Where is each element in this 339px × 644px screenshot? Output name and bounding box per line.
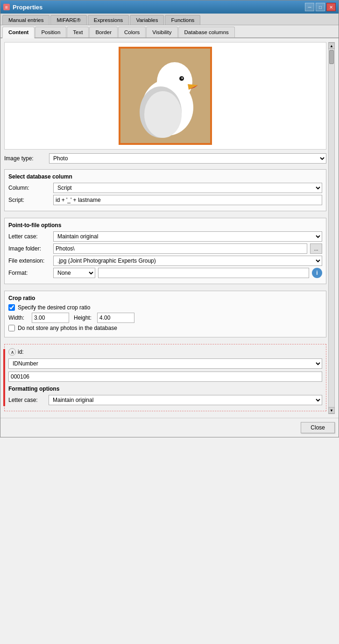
format-row: Format: None Custom i <box>8 268 322 278</box>
no-store-label: Do not store any photos in the database <box>18 325 117 331</box>
second-tab-row: Content Position Text Border Colors Visi… <box>0 25 339 38</box>
formatting-options-section: Formatting options Letter case: Maintain… <box>8 386 322 405</box>
specify-crop-row: Specify the desired crop ratio <box>8 304 322 311</box>
scroll-up-arrow[interactable]: ▲ <box>328 43 335 49</box>
height-input[interactable] <box>97 313 134 323</box>
collapse-icon[interactable]: ∧ <box>8 348 16 356</box>
image-preview-box <box>4 42 326 150</box>
id-letter-case-select[interactable]: Maintain original Uppercase Lowercase <box>49 395 322 405</box>
scroll-down-arrow[interactable]: ▼ <box>328 407 335 414</box>
collapse-header: ∧ id: <box>8 348 322 356</box>
id-label: id: <box>18 349 24 355</box>
crop-ratio-title: Crop ratio <box>8 295 322 301</box>
width-input[interactable] <box>32 313 69 323</box>
window-title: Properties <box>13 4 42 11</box>
id-letter-case-label: Letter case: <box>8 397 46 403</box>
tab-mifare[interactable]: MIFARE® <box>50 15 86 25</box>
column-select[interactable]: Script <box>53 183 322 193</box>
script-row: Script: <box>8 195 322 205</box>
tab-variables[interactable]: Variables <box>130 15 164 25</box>
close-window-button[interactable]: ✕ <box>326 3 336 11</box>
specify-crop-label: Specify the desired crop ratio <box>18 304 90 311</box>
tab-border[interactable]: Border <box>89 27 118 37</box>
file-extension-select[interactable]: .jpg (Joint Photographic Experts Group) … <box>53 256 322 266</box>
scroll-thumb[interactable] <box>329 50 334 64</box>
red-left-bar <box>3 349 5 406</box>
scrollbar: ▲ ▼ <box>328 42 335 414</box>
file-extension-row: File extension: .jpg (Joint Photographic… <box>8 256 322 266</box>
browse-button[interactable]: ... <box>310 243 322 254</box>
specify-crop-checkbox[interactable] <box>8 304 15 311</box>
file-extension-label: File extension: <box>8 258 50 264</box>
format-label: Format: <box>8 270 50 276</box>
script-label: Script: <box>8 197 50 203</box>
letter-case-row: Letter case: Maintain original Uppercase… <box>8 231 322 242</box>
crop-ratio-group: Crop ratio Specify the desired crop rati… <box>4 291 326 337</box>
image-folder-row: Image folder: ... <box>8 243 322 254</box>
id-section: ∧ id: IDNumber FirstName LastName Format… <box>4 344 326 411</box>
title-bar: ≡ Properties ─ □ ✕ <box>0 0 339 14</box>
image-type-row: Image type: Photo <box>4 153 326 164</box>
column-label: Column: <box>8 185 50 191</box>
svg-point-6 <box>182 78 183 79</box>
restore-button[interactable]: □ <box>316 3 325 11</box>
svg-point-8 <box>144 91 182 138</box>
main-panel: Image type: Photo Select database column… <box>4 42 326 414</box>
width-height-row: Width: Height: <box>8 313 322 323</box>
tab-text[interactable]: Text <box>67 27 89 37</box>
bird-image <box>119 47 212 145</box>
tab-content[interactable]: Content <box>2 27 35 38</box>
image-folder-label: Image folder: <box>8 245 50 252</box>
tab-manual-entries[interactable]: Manual entries <box>2 15 49 25</box>
id-letter-case-row: Letter case: Maintain original Uppercase… <box>8 395 322 405</box>
width-label: Width: <box>8 315 27 321</box>
height-label: Height: <box>74 315 92 321</box>
id-dropdown[interactable]: IDNumber FirstName LastName <box>8 358 322 369</box>
format-input[interactable] <box>98 268 309 278</box>
minimize-button[interactable]: ─ <box>305 3 314 11</box>
letter-case-select[interactable]: Maintain original Uppercase Lowercase <box>53 231 322 242</box>
image-type-label: Image type: <box>4 155 46 162</box>
point-to-file-group: Point-to-file options Letter case: Maint… <box>4 218 326 284</box>
no-store-checkbox[interactable] <box>8 325 15 331</box>
select-db-column-group: Select database column Column: Script Sc… <box>4 169 326 211</box>
info-icon[interactable]: i <box>312 268 322 278</box>
select-db-column-title: Select database column <box>8 173 322 180</box>
column-row: Column: Script <box>8 183 322 193</box>
title-controls: ─ □ ✕ <box>305 3 336 11</box>
tab-functions[interactable]: Functions <box>165 15 200 25</box>
tab-position[interactable]: Position <box>35 27 66 37</box>
id-value-input[interactable] <box>8 372 322 382</box>
formatting-options-title: Formatting options <box>8 386 322 392</box>
tab-visibility[interactable]: Visibility <box>146 27 177 37</box>
title-bar-left: ≡ Properties <box>3 4 42 11</box>
no-store-row: Do not store any photos in the database <box>8 325 322 331</box>
letter-case-label: Letter case: <box>8 233 50 240</box>
format-select[interactable]: None Custom <box>53 268 95 278</box>
tab-database-columns[interactable]: Database columns <box>178 27 235 37</box>
window-icon: ≡ <box>3 4 10 10</box>
script-input[interactable] <box>53 195 322 205</box>
image-type-select[interactable]: Photo <box>49 153 326 164</box>
bird-svg <box>119 47 212 145</box>
content-area: Image type: Photo Select database column… <box>0 38 339 418</box>
scroll-track <box>329 49 334 407</box>
top-tab-row: Manual entries MIFARE® Expressions Varia… <box>0 14 339 25</box>
properties-window: ≡ Properties ─ □ ✕ Manual entries MIFARE… <box>0 0 339 437</box>
point-to-file-title: Point-to-file options <box>8 222 322 229</box>
tab-colors[interactable]: Colors <box>118 27 146 37</box>
close-button[interactable]: Close <box>301 422 335 433</box>
tab-expressions[interactable]: Expressions <box>88 15 129 25</box>
footer: Close <box>0 418 339 437</box>
image-folder-input[interactable] <box>53 243 307 254</box>
